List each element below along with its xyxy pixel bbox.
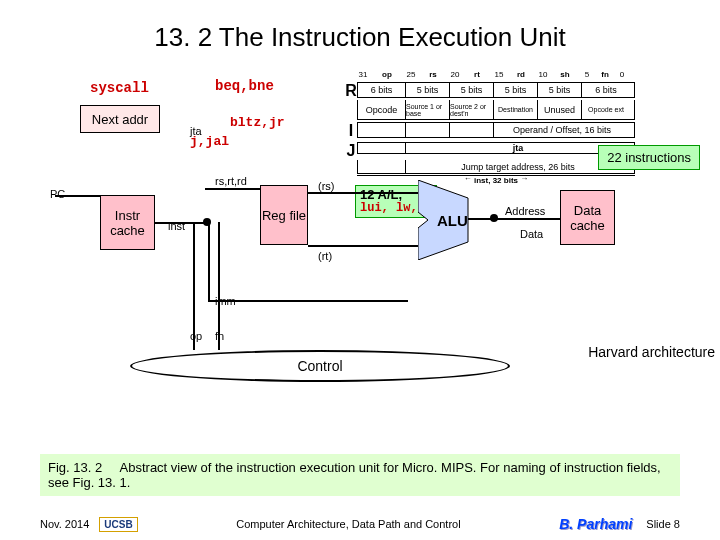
j-jal-label: j,jal (190, 134, 229, 149)
hdr-sh: sh (549, 70, 581, 82)
bit0: 0 (617, 70, 627, 82)
line-rs (308, 192, 418, 194)
data-cache-box: Data cache (560, 190, 615, 245)
line-op-v (193, 222, 195, 350)
instruction-count-badge: 22 instructions (598, 145, 700, 170)
R-unused: Unused (538, 100, 582, 119)
hdr-op: op (369, 70, 405, 82)
bit5: 5 (581, 70, 593, 82)
control-text: Control (297, 358, 342, 374)
enc-R-row: Opcode Source 1 or base Source 2 or dest… (345, 100, 635, 120)
line-rt (308, 245, 418, 247)
diagram-area: syscall beq,bne Next addr bltz,jr jta j,… (60, 70, 660, 400)
J-jta: jta (406, 143, 630, 153)
next-addr-box: Next addr (80, 105, 160, 133)
enc-I-label: I (345, 122, 357, 140)
bit25: 25 (405, 70, 417, 82)
enc-inst-row: ← inst, 32 bits → (345, 174, 635, 185)
slide-title: 13. 2 The Instruction Execution Unit (0, 0, 720, 53)
fig-number: Fig. 13. 2 (48, 460, 102, 475)
footer-date: Nov. 2014 (40, 518, 89, 530)
w5c: 5 bits (494, 83, 538, 97)
w5d: 5 bits (538, 83, 582, 97)
hdr-fn: fn (593, 70, 617, 82)
bit31: 31 (357, 70, 369, 82)
hdr-rs: rs (417, 70, 449, 82)
enc-bit-header: 31 op 25 rs 20 rt 15 rd 10 sh 5 fn 0 (345, 70, 635, 82)
w5a: 5 bits (406, 83, 450, 97)
enc-inst32: inst, 32 bits (474, 176, 518, 185)
instruction-encoding: 31 op 25 rs 20 rt 15 rd 10 sh 5 fn 0 R 6… (345, 70, 635, 185)
address-label: Address (505, 205, 545, 217)
R-dest: Destination (494, 100, 538, 119)
w6a: 6 bits (358, 83, 406, 97)
rs-rt-rd-label: rs,rt,rd (215, 175, 247, 187)
harvard-label: Harvard architecture (588, 345, 715, 360)
R-src2: Source 2 or dest'n (450, 100, 494, 119)
beq-bne-label: beq,bne (215, 78, 274, 94)
ucsb-logo: UCSB (99, 517, 137, 532)
rt-out-label: (rt) (318, 250, 332, 262)
instr-cache-text: Instr cache (101, 208, 154, 238)
line-inst (155, 222, 205, 224)
slide-number: Slide 8 (646, 518, 680, 530)
I-operand: Operand / Offset, 16 bits (494, 123, 630, 137)
rs-out-label: (rs) (318, 180, 335, 192)
hdr-rt: rt (461, 70, 493, 82)
enc-J-row1: J jta (345, 142, 635, 160)
control-ellipse: Control (130, 350, 510, 382)
w6b: 6 bits (582, 83, 630, 97)
bltz-jr-label: bltz,jr (230, 115, 285, 130)
junction-1 (203, 218, 211, 226)
instr-cache-box: Instr cache (100, 195, 155, 250)
footer: Nov. 2014 UCSB Computer Architecture, Da… (40, 516, 680, 532)
line-rsrtrd (205, 188, 260, 190)
line-imm-v (208, 222, 210, 300)
enc-I-row: I Operand / Offset, 16 bits (345, 122, 635, 140)
next-addr-text: Next addr (92, 112, 148, 127)
enc-J-label: J (345, 142, 357, 160)
alu-label: ALU (437, 212, 468, 229)
line-pc (55, 195, 100, 197)
R-src1: Source 1 or base (406, 100, 450, 119)
enc-J-row2: Jump target address, 26 bits (345, 160, 635, 174)
reg-file-text: Reg file (262, 208, 306, 223)
footer-center: Computer Architecture, Data Path and Con… (236, 518, 460, 530)
line-fn-v (218, 222, 220, 350)
R-ext: Opcode ext (582, 100, 630, 119)
op-label: op (190, 330, 202, 342)
line-imm-h (208, 300, 408, 302)
syscall-label: syscall (90, 80, 149, 96)
line-alu-out (468, 218, 560, 220)
enc-R-label: R (345, 82, 357, 100)
J-bottom: Jump target address, 26 bits (406, 160, 630, 173)
R-opcode: Opcode (358, 100, 406, 119)
bit20: 20 (449, 70, 461, 82)
data-label: Data (520, 228, 543, 240)
w5b: 5 bits (450, 83, 494, 97)
bit15: 15 (493, 70, 505, 82)
enc-width-row: R 6 bits 5 bits 5 bits 5 bits 5 bits 6 b… (345, 82, 635, 100)
bit10: 10 (537, 70, 549, 82)
pc-label: PC (50, 188, 65, 200)
fig-text: Abstract view of the instruction executi… (48, 460, 661, 490)
junction-2 (490, 214, 498, 222)
hdr-rd: rd (505, 70, 537, 82)
data-cache-text: Data cache (561, 203, 614, 233)
reg-file-box: Reg file (260, 185, 308, 245)
figure-caption: Fig. 13. 2 Abstract view of the instruct… (40, 454, 680, 496)
author-name: B. Parhami (559, 516, 632, 532)
